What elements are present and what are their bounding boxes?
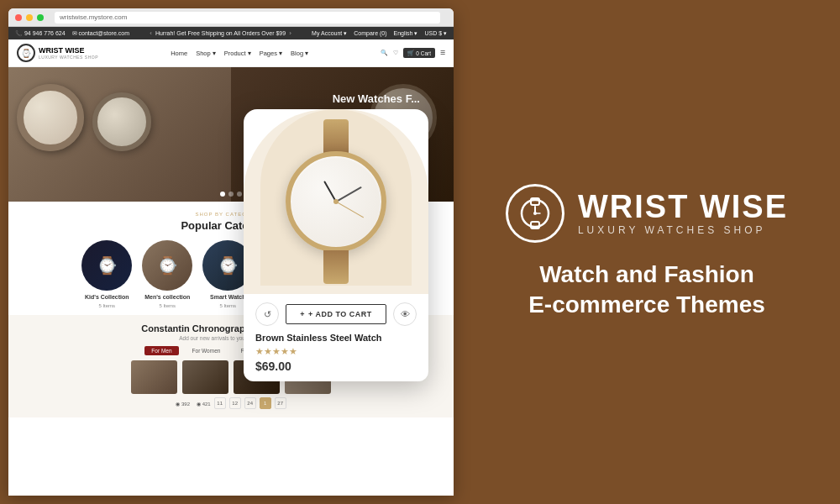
page-11[interactable]: 11 bbox=[214, 397, 226, 409]
popup-action-buttons: ↺ + + ADD TO CART 👁 bbox=[255, 302, 417, 326]
watch-strap-top bbox=[323, 119, 349, 153]
my-account-link[interactable]: My Account ▾ bbox=[312, 30, 347, 37]
header-icons: 🔍 ♡ 🛒 0 Cart ☰ bbox=[381, 48, 445, 58]
category-kids-label: Kid's Collection bbox=[85, 294, 129, 300]
watch-icon: ⌚ bbox=[21, 49, 31, 58]
slider-dot-3[interactable] bbox=[237, 192, 242, 197]
browser-window: wristwise.mystore.com 📞 94 946 776 624 ✉… bbox=[8, 8, 454, 496]
minimize-dot[interactable] bbox=[26, 14, 33, 21]
announcement-bar: 📞 94 946 776 624 ✉ contact@store.com ‹ H… bbox=[8, 27, 454, 39]
nav-pages[interactable]: Pages ▾ bbox=[260, 50, 282, 57]
hero-left-image bbox=[8, 67, 231, 202]
browser-preview: wristwise.mystore.com 📞 94 946 776 624 ✉… bbox=[0, 0, 454, 504]
cart-icon: 🛒 bbox=[407, 50, 414, 56]
language-select[interactable]: English ▾ bbox=[394, 30, 418, 37]
category-mens-label: Men's collection bbox=[144, 294, 190, 300]
announcement-right: My Account ▾ Compare (0) English ▾ USD $… bbox=[312, 30, 447, 37]
maximize-dot[interactable] bbox=[37, 14, 44, 21]
page-24[interactable]: 24 bbox=[244, 397, 256, 409]
site-header: ⌚ WRIST WISE LUXURY WATCHES SHOP Home Sh… bbox=[8, 39, 454, 67]
search-icon[interactable]: 🔍 bbox=[381, 50, 388, 56]
slider-dot-2[interactable] bbox=[228, 192, 234, 197]
pagination-info-2: ◉ 421 bbox=[197, 401, 211, 407]
tagline-line1: Watch and Fashion bbox=[528, 260, 765, 290]
category-kids[interactable]: ⌚ Kid's Collection 5 Items bbox=[81, 240, 132, 308]
category-smart-count: 5 Items bbox=[219, 303, 236, 308]
hero-watch-2 bbox=[92, 92, 151, 151]
brand-watch-icon bbox=[506, 184, 564, 243]
compare-link[interactable]: Compare (0) bbox=[354, 30, 386, 37]
brand-showcase: WRIST WISE LUXURY WATCHES SHOP Watch and… bbox=[454, 0, 840, 504]
announcement-contact: 📞 94 946 776 624 ✉ contact@store.com bbox=[15, 30, 129, 37]
slider-dots bbox=[220, 192, 242, 197]
brand-name-main: WRIST WISE bbox=[578, 191, 788, 223]
category-kids-image: ⌚ bbox=[81, 240, 132, 291]
product-price: $69.00 bbox=[255, 360, 417, 373]
category-mens[interactable]: ⌚ Men's collection 5 Items bbox=[142, 240, 192, 308]
kids-watch-icon: ⌚ bbox=[81, 240, 132, 291]
slider-dot-1[interactable] bbox=[220, 192, 225, 197]
pagination-info-1: ◉ 392 bbox=[176, 401, 190, 407]
address-bar[interactable]: wristwise.mystore.com bbox=[55, 12, 440, 24]
announcement-text: Hurrah! Get Free Shipping on All Orders … bbox=[155, 30, 286, 36]
wishlist-button[interactable]: 👁 bbox=[393, 302, 417, 326]
tab-for-women[interactable]: For Women bbox=[186, 346, 228, 355]
brand-name-sub: LUXURY WATCHES SHOP bbox=[578, 224, 788, 236]
nav-home[interactable]: Home bbox=[171, 50, 187, 57]
email-address: ✉ contact@store.com bbox=[72, 30, 129, 37]
brand-tagline: Watch and Fashion E-commerce Themes bbox=[528, 260, 765, 321]
add-to-cart-button[interactable]: + + ADD TO CART bbox=[286, 304, 386, 324]
nav-shop[interactable]: Shop ▾ bbox=[196, 50, 216, 57]
menu-icon[interactable]: ☰ bbox=[440, 50, 445, 56]
currency-select[interactable]: USD $ ▾ bbox=[424, 30, 447, 37]
logo-text-block: WRIST WISE LUXURY WATCHES SHOP bbox=[39, 46, 98, 60]
plus-icon: + bbox=[300, 310, 305, 318]
popup-product-info: ↺ + + ADD TO CART 👁 Brown Stainless Stee… bbox=[244, 294, 428, 381]
page-27[interactable]: 27 bbox=[275, 397, 286, 409]
logo-icon: ⌚ bbox=[17, 44, 35, 62]
mens-watch-icon: ⌚ bbox=[142, 240, 192, 291]
popup-arch-background bbox=[244, 109, 428, 294]
hero-watch-1 bbox=[17, 84, 84, 151]
product-popup: ↺ + + ADD TO CART 👁 Brown Stainless Stee… bbox=[244, 109, 428, 381]
svg-point-5 bbox=[533, 212, 537, 215]
next-announcement[interactable]: › bbox=[289, 29, 291, 37]
tab-for-men[interactable]: For Men bbox=[144, 346, 178, 355]
site-logo: ⌚ WRIST WISE LUXURY WATCHES SHOP bbox=[17, 44, 98, 62]
bottom-pagination: ◉ 392 ◉ 421 11 12 24 1 27 bbox=[17, 397, 445, 409]
page-12[interactable]: 12 bbox=[229, 397, 241, 409]
product-thumb-2 bbox=[182, 360, 228, 394]
logo-name: WRIST WISE bbox=[39, 46, 98, 55]
close-dot[interactable] bbox=[15, 14, 22, 21]
nav-blog[interactable]: Blog ▾ bbox=[291, 50, 308, 57]
watch-strap-bottom bbox=[323, 250, 349, 284]
wishlist-icon[interactable]: ♡ bbox=[393, 50, 398, 56]
add-to-cart-label: + ADD TO CART bbox=[308, 310, 372, 318]
watch-svg bbox=[517, 195, 554, 232]
category-mens-image: ⌚ bbox=[142, 240, 192, 291]
nav-product[interactable]: Product ▾ bbox=[224, 50, 251, 57]
browser-top-bar: wristwise.mystore.com bbox=[8, 8, 454, 27]
minute-hand bbox=[336, 186, 362, 202]
category-kids-count: 5 Items bbox=[98, 303, 115, 308]
category-smart-label: Smart Watch bbox=[210, 294, 246, 300]
popup-watch-display bbox=[286, 151, 386, 252]
product-name: Brown Stainless Steel Watch bbox=[255, 333, 417, 343]
main-nav: Home Shop ▾ Product ▾ Pages ▾ Blog ▾ bbox=[171, 50, 308, 57]
prev-announcement[interactable]: ‹ bbox=[150, 29, 152, 37]
announcement-center: ‹ Hurrah! Get Free Shipping on All Order… bbox=[129, 29, 312, 37]
product-thumb-1 bbox=[131, 360, 177, 394]
brand-logo-area: WRIST WISE LUXURY WATCHES SHOP bbox=[506, 184, 788, 243]
second-hand bbox=[336, 202, 364, 218]
cart-label: 0 Cart bbox=[416, 50, 431, 56]
page-1[interactable]: 1 bbox=[260, 397, 271, 409]
phone-number: 📞 94 946 776 624 bbox=[15, 30, 66, 37]
logo-subtitle: LUXURY WATCHES SHOP bbox=[39, 55, 98, 60]
brand-name-block: WRIST WISE LUXURY WATCHES SHOP bbox=[578, 191, 788, 236]
product-rating: ★★★★★ bbox=[255, 346, 417, 357]
refresh-button[interactable]: ↺ bbox=[255, 302, 279, 326]
cart-button[interactable]: 🛒 0 Cart bbox=[403, 48, 435, 58]
watch-assembly bbox=[286, 151, 386, 252]
watch-center bbox=[333, 199, 339, 204]
category-mens-count: 5 Items bbox=[159, 303, 176, 308]
